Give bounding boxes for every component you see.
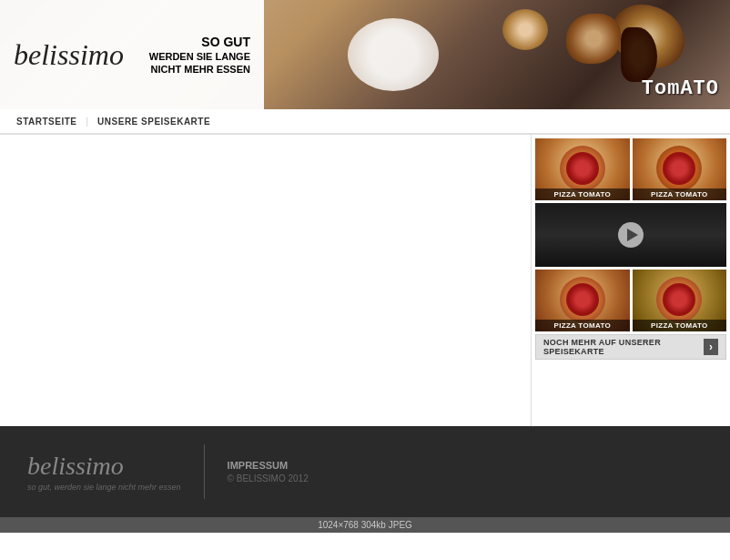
logo-text: belissimo — [14, 38, 149, 72]
footer-logo: belissimo so gut, werden sie lange nicht… — [27, 452, 181, 492]
footer: belissimo so gut, werden sie lange nicht… — [0, 426, 730, 517]
footer-divider — [204, 444, 205, 499]
pizza-grid: PIZZA TOMATO PIZZA TOMATO — [535, 138, 726, 200]
pizza-label-1: PIZZA TOMATO — [535, 188, 630, 200]
footer-copyright: © BELISSIMO 2012 — [228, 473, 309, 484]
bottom-bar: 1024×768 304kb JPEG — [0, 517, 730, 533]
more-arrow-icon: › — [704, 339, 718, 355]
pizza-thumb-3[interactable]: PIZZA TOMATO — [535, 270, 630, 331]
tagline-line2: WERDEN SIE LANGE — [149, 50, 250, 63]
pizza-grid-2: PIZZA TOMATO PIZZA TOMATO — [535, 270, 726, 331]
tagline-big: SO GUT — [149, 34, 250, 50]
footer-logo-text: belissimo — [27, 452, 181, 481]
logo-tagline: SO GUT WERDEN SIE LANGE NICHT MEHR ESSEN — [149, 34, 250, 76]
plate-decoration — [348, 18, 439, 91]
pizza-thumb-1[interactable]: PIZZA TOMATO — [535, 138, 630, 200]
sidebar: PIZZA TOMATO PIZZA TOMATO PIZZA TOMATO — [532, 135, 730, 426]
video-thumbnail[interactable] — [535, 203, 726, 267]
pizza-thumb-2[interactable]: PIZZA TOMATO — [633, 138, 727, 200]
pizza-thumb-4[interactable]: PIZZA TOMATO — [633, 270, 727, 331]
sauce-decoration — [621, 27, 657, 82]
more-button[interactable]: NOCH MEHR AUF UNSERER SPEISEKARTE › — [535, 334, 726, 360]
footer-logo-subtitle: so gut, werden sie lange nicht mehr esse… — [27, 483, 181, 492]
more-button-label: NOCH MEHR AUF UNSERER SPEISEKARTE — [543, 338, 704, 356]
header: TomATO belissimo SO GUT WERDEN SIE LANGE… — [0, 0, 730, 109]
footer-info: IMPRESSUM © BELISSIMO 2012 — [228, 460, 309, 484]
logo-area: belissimo SO GUT WERDEN SIE LANGE NICHT … — [0, 0, 264, 109]
nav-speisekarte[interactable]: UNSERE SPEISEKARTE — [88, 117, 219, 127]
food-decoration-3 — [502, 9, 548, 50]
pizza-label-4: PIZZA TOMATO — [633, 320, 727, 331]
footer-impressum-link[interactable]: IMPRESSUM — [228, 460, 309, 471]
tagline-line3: NICHT MEHR ESSEN — [149, 63, 250, 76]
navigation: STARTSEITE | UNSERE SPEISEKARTE — [0, 109, 730, 135]
play-icon — [627, 229, 638, 241]
play-button[interactable] — [618, 222, 644, 248]
tomato-label: TomATO — [642, 77, 719, 100]
food-decoration-1 — [566, 14, 621, 64]
main-content — [0, 135, 532, 426]
main-area: PIZZA TOMATO PIZZA TOMATO PIZZA TOMATO — [0, 135, 730, 426]
pizza-label-3: PIZZA TOMATO — [535, 320, 630, 331]
bottom-bar-text: 1024×768 304kb JPEG — [318, 520, 412, 530]
pizza-label-2: PIZZA TOMATO — [633, 188, 727, 200]
nav-startseite[interactable]: STARTSEITE — [7, 117, 86, 127]
